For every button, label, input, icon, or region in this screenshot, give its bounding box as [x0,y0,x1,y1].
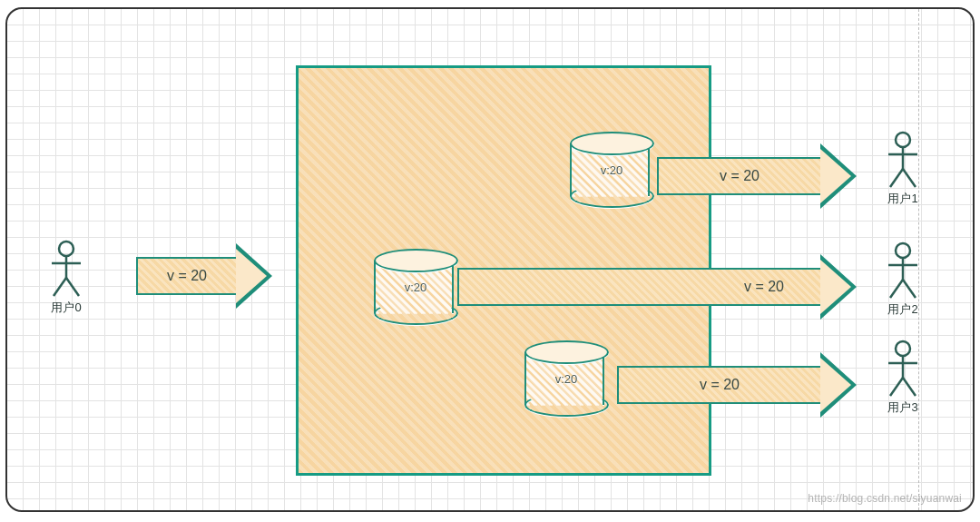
arrow-output-3-label: v = 20 [617,366,820,404]
actor-user-2-label: 用户2 [877,301,929,318]
svg-line-8 [890,169,903,187]
arrow-head-icon [820,254,857,320]
person-icon [46,240,86,298]
arrow-output-2: v = 20 [457,254,857,320]
svg-point-15 [896,341,910,356]
database-3-label: v:20 [526,372,606,386]
database-1: v:20 [570,143,650,196]
arrow-output-2-label: v = 20 [457,268,820,306]
arrow-head-icon [236,243,272,309]
database-2-label: v:20 [376,281,456,294]
arrow-input: v = 20 [136,243,272,309]
arrow-head-icon [820,143,857,209]
svg-point-0 [59,241,74,256]
arrow-output-1-label: v = 20 [657,157,820,195]
person-icon [883,340,923,398]
svg-line-18 [890,378,903,396]
actor-user-3: 用户3 [877,340,929,416]
actor-user-1: 用户1 [877,131,929,207]
database-1-label: v:20 [572,163,652,177]
svg-line-9 [903,169,916,187]
database-2: v:20 [374,261,454,313]
arrow-head-icon [820,352,857,418]
arrow-output-3: v = 20 [617,352,857,418]
svg-line-4 [66,278,79,296]
actor-user-0-label: 用户0 [40,300,93,316]
person-icon [883,131,923,189]
svg-line-13 [890,280,903,298]
svg-point-10 [896,243,910,258]
actor-user-0: 用户0 [40,240,93,316]
svg-point-5 [896,133,910,147]
database-3: v:20 [524,352,604,405]
arrow-output-1: v = 20 [657,143,857,209]
svg-line-19 [903,378,916,396]
diagram-frame: v:20 v:20 v:20 v = 20 v = 20 v = 20 v = … [5,7,975,512]
svg-line-14 [903,280,916,298]
actor-user-3-label: 用户3 [877,399,929,416]
actor-user-1-label: 用户1 [877,191,929,207]
svg-line-3 [54,278,66,296]
arrow-input-label: v = 20 [136,257,236,295]
watermark-text: https://blog.csdn.net/siyuanwai [808,492,962,505]
actor-user-2: 用户2 [877,241,929,318]
person-icon [883,241,923,300]
